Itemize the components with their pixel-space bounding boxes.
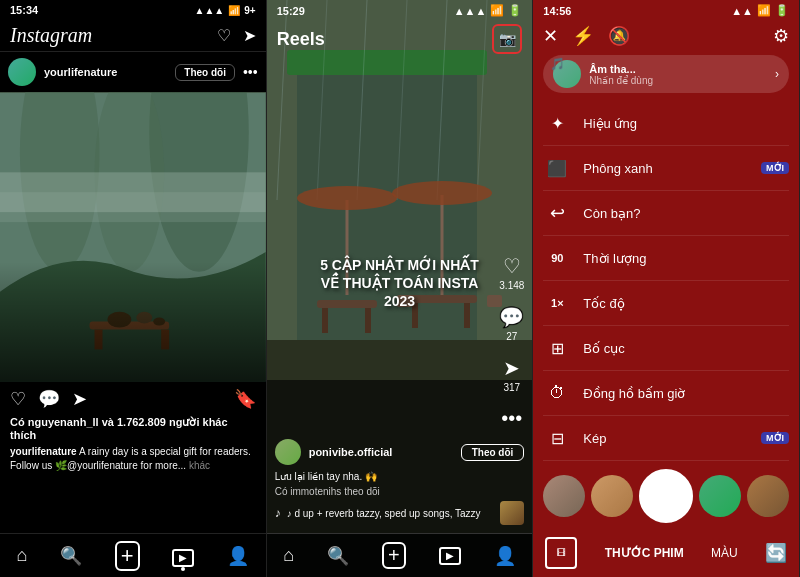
sound-sub: Nhấn để dùng: [589, 75, 767, 86]
new-badge-greenscreen: MỚI: [761, 162, 789, 174]
signal-icon-p1: ▲▲▲: [195, 5, 225, 16]
and-you-icon: ↩: [543, 199, 571, 227]
share-icon[interactable]: ➤: [72, 388, 87, 410]
music-note-icon: ♪: [275, 506, 281, 520]
menu-item-speed[interactable]: 1× Tốc độ: [543, 281, 789, 326]
nav-profile[interactable]: 👤: [227, 545, 249, 567]
menu-item-duration[interactable]: 90 Thời lượng: [543, 236, 789, 281]
likes-count: Có nguyenanh_ll và 1.762.809 người khác …: [0, 416, 266, 445]
thumb-2[interactable]: [591, 475, 633, 517]
avatar-p1[interactable]: [8, 58, 36, 86]
status-bar-p3: 14:56 ▲▲ 📶 🔋: [533, 0, 799, 21]
menu-item-and-you[interactable]: ↩ Còn bạn?: [543, 191, 789, 236]
film-section: 🎞: [545, 537, 577, 569]
wifi-p3: 📶: [757, 4, 771, 17]
nav-search[interactable]: 🔍: [60, 545, 82, 567]
thumb-4[interactable]: [747, 475, 789, 517]
menu-item-timer[interactable]: ⏱ Đồng hồ bấm giờ: [543, 371, 789, 416]
dual-label: Kép: [583, 431, 749, 446]
nav-add[interactable]: +: [115, 541, 140, 571]
time-p3: 14:56: [543, 5, 571, 17]
post-header: yourlifenature Theo dõi •••: [0, 52, 266, 92]
nav-reels[interactable]: ▶: [172, 545, 194, 567]
instagram-panel: 15:34 ▲▲▲ 📶 9+ Instagram ♡ ➤ yourlifenat…: [0, 0, 267, 577]
more-action[interactable]: •••: [501, 406, 522, 429]
send-icon[interactable]: ➤: [243, 26, 256, 45]
reels-title: Reels: [277, 29, 325, 50]
follow-button-p1[interactable]: Theo dõi: [175, 64, 235, 81]
close-icon[interactable]: ✕: [543, 25, 558, 47]
reel-music: ♪ ♪ d up + reverb tazzy, sped up songs, …: [275, 501, 525, 525]
menu-item-layout[interactable]: ⊞ Bố cục: [543, 326, 789, 371]
settings-icon[interactable]: ⚙: [773, 25, 789, 47]
bottom-thumbnails: [533, 461, 799, 531]
save-icon[interactable]: 🔖: [234, 388, 256, 410]
nav-home[interactable]: ⌂: [16, 545, 27, 566]
post-actions: ♡ 💬 ➤ 🔖: [0, 382, 266, 416]
effects-icon: ✦: [543, 109, 571, 137]
timer-label: Đồng hồ bấm giờ: [583, 386, 789, 401]
bottom-nav-p1: ⌂ 🔍 + ▶ 👤: [0, 533, 266, 577]
like-action[interactable]: ♡ 3.148: [499, 253, 524, 290]
battery-p3: 🔋: [775, 4, 789, 17]
camera-menu-list: ✦ Hiệu ứng ⬛ Phông xanh MỚI ↩ Còn bạn? 9…: [533, 101, 799, 461]
menu-item-dual[interactable]: ⊟ Kép MỚI: [543, 416, 789, 461]
more-text[interactable]: khác: [189, 460, 210, 471]
dual-icon: ⊟: [543, 424, 571, 452]
comment-action[interactable]: 💬 27: [499, 304, 524, 341]
thumb-3[interactable]: [699, 475, 741, 517]
header-icons: ♡ ➤: [217, 26, 256, 45]
share-icon-reel: ➤: [503, 355, 520, 379]
layout-icon: ⊞: [543, 334, 571, 362]
bottom-actions-bar: 🎞 THƯỚC PHIM MÀU 🔄: [533, 531, 799, 577]
more-button-p1[interactable]: •••: [243, 64, 258, 80]
sound-suggestion[interactable]: 🎵 Âm tha... Nhấn để dùng ›: [543, 55, 789, 93]
reel-username[interactable]: ponivibe.official: [309, 446, 453, 458]
capture-button[interactable]: [639, 469, 693, 523]
film-icon[interactable]: 🎞: [545, 537, 577, 569]
p2-nav-home[interactable]: ⌂: [283, 545, 294, 566]
instagram-logo: Instagram: [10, 24, 92, 47]
reels-panel: 15:29 ▲▲▲ 📶 🔋 Reels 📷 5 CẬP NHẬT MỚI NHẤ…: [267, 0, 534, 577]
instagram-header: Instagram ♡ ➤: [0, 20, 266, 52]
post-image: [0, 92, 266, 382]
share-count: 317: [503, 381, 520, 392]
p2-nav-add[interactable]: +: [382, 542, 406, 569]
p2-nav-profile[interactable]: 👤: [494, 545, 516, 567]
timer-icon: ⏱: [543, 379, 571, 407]
comment-icon[interactable]: 💬: [38, 388, 60, 410]
post-username[interactable]: yourlifenature: [44, 66, 167, 78]
thumb-1[interactable]: [543, 475, 585, 517]
like-count: 3.148: [499, 279, 524, 290]
menu-item-effects[interactable]: ✦ Hiệu ứng: [543, 101, 789, 146]
like-icon[interactable]: ♡: [10, 388, 26, 410]
top-left-icons: ✕ ⚡ 🔕: [543, 25, 630, 47]
duration-label: Thời lượng: [583, 251, 789, 266]
signal-p3: ▲▲: [731, 5, 753, 17]
camera-top-bar: ✕ ⚡ 🔕 ⚙: [533, 21, 799, 55]
color-label: MÀU: [711, 546, 738, 560]
more-icon-reel: •••: [501, 406, 522, 429]
reel-follow-btn[interactable]: Theo dõi: [461, 444, 525, 461]
flip-camera-icon[interactable]: 🔄: [765, 542, 787, 564]
p2-nav-search[interactable]: 🔍: [327, 545, 349, 567]
camera-button[interactable]: 📷: [492, 24, 522, 54]
reel-content-text: 5 CẬP NHẬT MỚI NHẤT VỀ THUẬT TOÁN INSTA …: [320, 256, 480, 311]
camera-menu-panel: 14:56 ▲▲ 📶 🔋 ✕ ⚡ 🔕 ⚙ 🎵 Âm tha... Nhấn để…: [533, 0, 800, 577]
share-action[interactable]: ➤ 317: [503, 355, 520, 392]
image-overlay: [0, 262, 266, 382]
heart-icon[interactable]: ♡: [217, 26, 231, 45]
time-p1: 15:34: [10, 4, 38, 16]
sound-text: Âm tha... Nhấn để dùng: [589, 63, 767, 86]
audio-off-icon[interactable]: 🔕: [608, 25, 630, 47]
reel-user-row: ponivibe.official Theo dõi: [275, 439, 525, 465]
p2-nav-reels[interactable]: ▶: [439, 547, 461, 565]
comment-count: 27: [506, 330, 517, 341]
svg-rect-23: [365, 308, 371, 333]
reel-avatar[interactable]: [275, 439, 301, 465]
flash-off-icon[interactable]: ⚡: [572, 25, 594, 47]
and-you-label: Còn bạn?: [583, 206, 789, 221]
menu-item-greenscreen[interactable]: ⬛ Phông xanh MỚI: [543, 146, 789, 191]
caption-username[interactable]: yourlifenature: [10, 446, 77, 457]
time-p2: 15:29: [277, 5, 305, 17]
